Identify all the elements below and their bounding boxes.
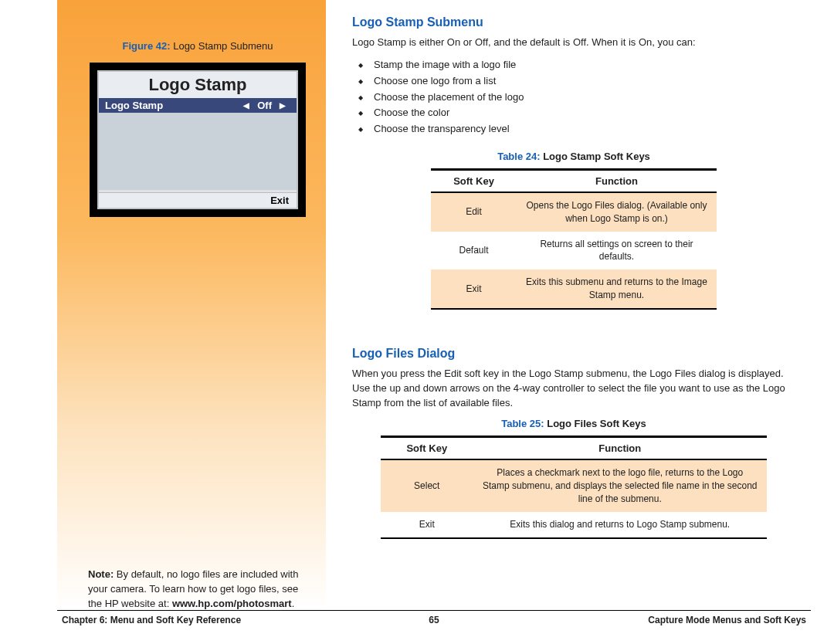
table-row: Select Places a checkmark next to the lo… (381, 459, 767, 511)
table24-caption: Table 24: Logo Stamp Soft Keys (419, 151, 728, 162)
list-item: Choose one logo from a list (374, 74, 795, 89)
cell-softkey: Edit (431, 192, 517, 232)
note-period: . (292, 598, 295, 609)
table-logo-files-softkeys: Soft Key Function Select Places a checkm… (381, 436, 767, 538)
figure-ref: Figure 42: (122, 40, 170, 52)
lcd-selected-row: Logo Stamp ◀ Off ▶ (99, 98, 297, 113)
camera-lcd-frame: Logo Stamp Logo Stamp ◀ Off ▶ Exit (90, 63, 306, 217)
lcd-row-label: Logo Stamp (105, 100, 163, 111)
list-item: Choose the transparency level (374, 122, 795, 137)
cell-softkey: Default (431, 232, 517, 270)
document-page: Figure 42: Logo Stamp Submenu Logo Stamp… (0, 0, 834, 644)
table25-ref: Table 25: (501, 418, 544, 429)
table-row: Default Returns all settings on screen t… (431, 232, 717, 270)
table-row: Exit Exits this dialog and returns to Lo… (381, 512, 767, 538)
camera-lcd: Logo Stamp Logo Stamp ◀ Off ▶ Exit (97, 70, 298, 209)
cell-function: Returns all settings on screen to their … (517, 232, 717, 270)
list-item: Stamp the image with a logo file (374, 58, 795, 73)
cell-softkey: Exit (431, 269, 517, 309)
figure-caption: Figure 42: Logo Stamp Submenu (88, 40, 307, 52)
col-header-function: Function (517, 170, 717, 193)
arrow-left-icon: ◀ (243, 101, 249, 110)
footer-page-number: 65 (429, 615, 439, 625)
cell-function: Exits this submenu and returns to the Im… (517, 269, 717, 309)
section1-intro: Logo Stamp is either On or Off, and the … (352, 36, 795, 50)
table24-name: Logo Stamp Soft Keys (541, 151, 650, 162)
arrow-right-icon: ▶ (280, 101, 286, 110)
footer-left: Chapter 6: Menu and Soft Key Reference (62, 615, 241, 625)
lcd-row-value-group: ◀ Off ▶ (239, 100, 290, 111)
footer-rule (57, 610, 811, 611)
footer-right: Capture Mode Menus and Soft Keys (648, 615, 806, 625)
lcd-footer: Exit (99, 192, 297, 208)
cell-function: Opens the Logo Files dialog. (Available … (517, 192, 717, 232)
lcd-empty-body (99, 113, 297, 190)
sidebar-column: Figure 42: Logo Stamp Submenu Logo Stamp… (57, 0, 326, 610)
col-header-softkey: Soft Key (431, 170, 517, 193)
table25-caption: Table 25: Logo Files Soft Keys (381, 418, 767, 429)
table25-name: Logo Files Soft Keys (544, 418, 646, 429)
table24-ref: Table 24: (497, 151, 540, 162)
heading-logo-stamp-submenu: Logo Stamp Submenu (352, 15, 795, 29)
col-header-softkey: Soft Key (381, 437, 473, 460)
cell-softkey: Exit (381, 512, 473, 538)
table-row: Exit Exits this submenu and returns to t… (431, 269, 717, 309)
section2-intro: When you press the Edit soft key in the … (352, 367, 795, 411)
page-footer: Chapter 6: Menu and Soft Key Reference 6… (57, 615, 811, 625)
cell-function: Exits this dialog and returns to Logo St… (473, 512, 767, 538)
list-item: Choose the color (374, 106, 795, 120)
table-logo-stamp-softkeys: Soft Key Function Edit Opens the Logo Fi… (431, 168, 717, 310)
section1-bullet-list: Stamp the image with a logo file Choose … (352, 58, 795, 137)
figure-title: Logo Stamp Submenu (171, 40, 273, 52)
heading-logo-files-dialog: Logo Files Dialog (352, 347, 795, 361)
lcd-row-value: Off (257, 100, 272, 111)
note-block: Note: By default, no logo files are incl… (88, 568, 307, 612)
col-header-function: Function (473, 437, 767, 460)
list-item: Choose the placement of the logo (374, 90, 795, 105)
cell-softkey: Select (381, 459, 473, 511)
cell-function: Places a checkmark next to the logo file… (473, 459, 767, 511)
lcd-exit-label: Exit (270, 195, 289, 206)
note-url: www.hp.com/photosmart (172, 598, 292, 609)
note-label: Note: (88, 568, 117, 580)
main-content: Logo Stamp Submenu Logo Stamp is either … (352, 15, 795, 539)
lcd-title: Logo Stamp (99, 72, 297, 98)
table-row: Edit Opens the Logo Files dialog. (Avail… (431, 192, 717, 232)
